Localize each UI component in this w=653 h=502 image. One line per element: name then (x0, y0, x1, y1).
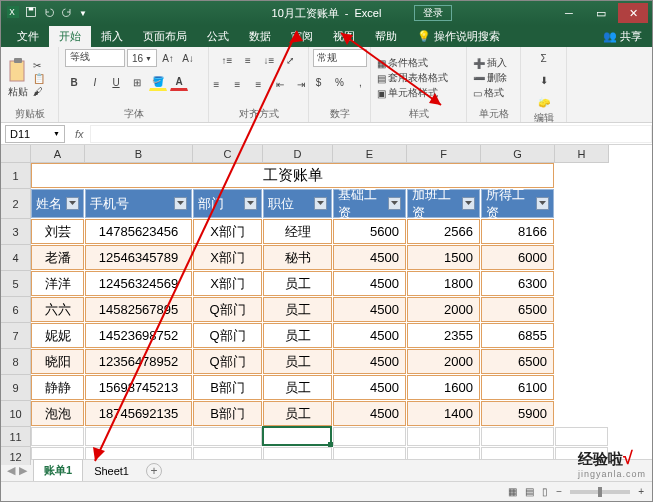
data-cell[interactable]: 员工 (263, 271, 332, 296)
percent-icon[interactable]: % (331, 73, 349, 91)
data-cell[interactable]: B部门 (193, 401, 262, 426)
tab-data[interactable]: 数据 (239, 26, 281, 47)
tell-me[interactable]: 💡 操作说明搜索 (407, 26, 510, 47)
data-cell[interactable]: Q部门 (193, 323, 262, 348)
empty-cell[interactable] (263, 427, 332, 446)
data-cell[interactable]: 2566 (407, 219, 480, 244)
data-cell[interactable]: 6500 (481, 297, 554, 322)
delete-cells-button[interactable]: ➖删除 (473, 71, 507, 85)
empty-cell[interactable] (85, 427, 192, 446)
tab-help[interactable]: 帮助 (365, 26, 407, 47)
italic-button[interactable]: I (86, 73, 104, 91)
data-cell[interactable]: 6300 (481, 271, 554, 296)
currency-icon[interactable]: $ (310, 73, 328, 91)
data-cell[interactable]: 4500 (333, 401, 406, 426)
data-cell[interactable]: 员工 (263, 323, 332, 348)
table-header[interactable]: 职位 (263, 189, 332, 218)
border-button[interactable]: ⊞ (128, 73, 146, 91)
data-cell[interactable]: 14523698752 (85, 323, 192, 348)
fill-color-button[interactable]: 🪣 (149, 73, 167, 91)
filter-button[interactable] (244, 197, 257, 210)
data-cell[interactable]: 14785623456 (85, 219, 192, 244)
sheet-tab-1[interactable]: 账单1 (33, 459, 83, 482)
row-header-1[interactable]: 1 (1, 163, 31, 189)
data-cell[interactable]: 秘书 (263, 245, 332, 270)
col-header-F[interactable]: F (407, 145, 481, 163)
data-cell[interactable]: 4500 (333, 245, 406, 270)
data-cell[interactable]: 4500 (333, 375, 406, 400)
fill-icon[interactable]: ⬇ (535, 71, 553, 89)
view-layout-icon[interactable]: ▤ (525, 486, 534, 497)
zoom-out-icon[interactable]: − (556, 486, 562, 497)
font-color-button[interactable]: A (170, 73, 188, 91)
format-cells-button[interactable]: ▭格式 (473, 86, 507, 100)
table-header[interactable]: 手机号 (85, 189, 192, 218)
insert-cells-button[interactable]: ➕插入 (473, 56, 507, 70)
formula-input[interactable] (90, 125, 652, 143)
data-cell[interactable]: 1600 (407, 375, 480, 400)
data-cell[interactable]: 4500 (333, 271, 406, 296)
merged-title-cell[interactable]: 工资账单 (31, 163, 554, 188)
copy-icon[interactable]: 📋 (33, 73, 45, 84)
row-header-2[interactable]: 2 (1, 189, 31, 219)
autosum-icon[interactable]: Σ (535, 49, 553, 67)
col-header-B[interactable]: B (85, 145, 193, 163)
row-header-6[interactable]: 6 (1, 297, 31, 323)
data-cell[interactable]: 15698745213 (85, 375, 192, 400)
table-header[interactable]: 部门 (193, 189, 262, 218)
row-header-5[interactable]: 5 (1, 271, 31, 297)
tab-layout[interactable]: 页面布局 (133, 26, 197, 47)
select-all-corner[interactable] (1, 145, 31, 163)
name-box[interactable]: D11 ▼ (5, 125, 65, 143)
row-header-8[interactable]: 8 (1, 349, 31, 375)
data-cell[interactable]: X部门 (193, 271, 262, 296)
data-cell[interactable]: 6855 (481, 323, 554, 348)
align-middle-icon[interactable]: ≡ (239, 51, 257, 69)
data-cell[interactable]: B部门 (193, 375, 262, 400)
align-left-icon[interactable]: ≡ (208, 75, 226, 93)
restore-button[interactable]: ▭ (586, 3, 616, 23)
fx-icon[interactable]: fx (69, 128, 90, 140)
filter-button[interactable] (66, 197, 79, 210)
table-header[interactable]: 加班工资 (407, 189, 480, 218)
filter-button[interactable] (174, 197, 187, 210)
zoom-slider[interactable] (570, 490, 630, 494)
empty-cell[interactable] (555, 427, 608, 446)
underline-button[interactable]: U (107, 73, 125, 91)
data-cell[interactable]: 6500 (481, 349, 554, 374)
data-cell[interactable]: 12356478952 (85, 349, 192, 374)
font-size-select[interactable]: 16▼ (127, 49, 157, 67)
paste-button[interactable]: 粘贴 (7, 58, 29, 99)
data-cell[interactable]: 1400 (407, 401, 480, 426)
data-cell[interactable]: 晓阳 (31, 349, 84, 374)
data-cell[interactable]: 4500 (333, 323, 406, 348)
table-header[interactable]: 基础工资 (333, 189, 406, 218)
redo-icon[interactable] (61, 6, 73, 20)
data-cell[interactable]: Q部门 (193, 349, 262, 374)
row-header-4[interactable]: 4 (1, 245, 31, 271)
view-normal-icon[interactable]: ▦ (508, 486, 517, 497)
filter-button[interactable] (536, 197, 549, 210)
data-cell[interactable]: 5900 (481, 401, 554, 426)
table-header[interactable]: 姓名 (31, 189, 84, 218)
data-cell[interactable]: 泡泡 (31, 401, 84, 426)
data-cell[interactable]: 六六 (31, 297, 84, 322)
tab-insert[interactable]: 插入 (91, 26, 133, 47)
data-cell[interactable]: 14582567895 (85, 297, 192, 322)
data-cell[interactable]: 员工 (263, 401, 332, 426)
indent-inc-icon[interactable]: ⇥ (292, 75, 310, 93)
row-header-9[interactable]: 9 (1, 375, 31, 401)
data-cell[interactable]: 6100 (481, 375, 554, 400)
view-pagebreak-icon[interactable]: ▯ (542, 486, 548, 497)
data-cell[interactable]: 老潘 (31, 245, 84, 270)
tab-view[interactable]: 视图 (323, 26, 365, 47)
save-icon[interactable] (25, 6, 37, 20)
table-header[interactable]: 所得工资 (481, 189, 554, 218)
align-center-icon[interactable]: ≡ (229, 75, 247, 93)
number-format-select[interactable]: 常规 (313, 49, 367, 67)
col-header-H[interactable]: H (555, 145, 609, 163)
cell-style-button[interactable]: ▣单元格样式 (377, 86, 448, 100)
data-cell[interactable]: 8166 (481, 219, 554, 244)
decrease-size-icon[interactable]: A↓ (179, 49, 197, 67)
data-cell[interactable]: 1800 (407, 271, 480, 296)
